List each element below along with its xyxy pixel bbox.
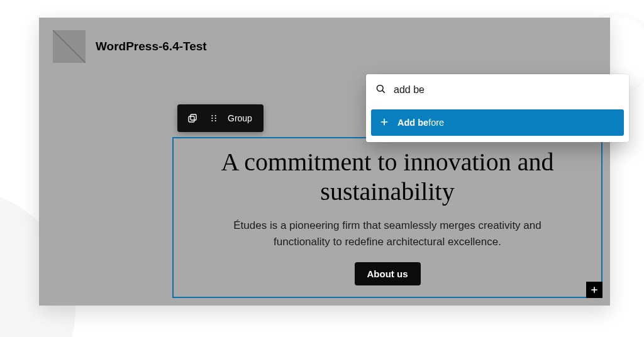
editor-canvas: WordPress-6.4-Test Group A commitment to…: [39, 18, 610, 306]
plus-icon: [379, 116, 390, 130]
svg-point-4: [211, 118, 213, 119]
command-results-list: Add before: [366, 106, 629, 142]
svg-rect-1: [189, 116, 194, 122]
paragraph-block[interactable]: Études is a pioneering firm that seamles…: [211, 218, 564, 250]
group-icon[interactable]: [184, 109, 201, 127]
svg-rect-0: [191, 114, 196, 120]
command-item-label-rest: fore: [428, 118, 444, 128]
site-title[interactable]: WordPress-6.4-Test: [96, 40, 207, 53]
svg-point-3: [215, 115, 216, 116]
svg-point-2: [211, 115, 213, 116]
heading-block[interactable]: A commitment to innovation and sustainab…: [189, 147, 586, 206]
svg-point-5: [215, 118, 216, 119]
block-toolbar: Group: [177, 104, 264, 132]
svg-line-11: [382, 91, 385, 93]
svg-point-6: [211, 120, 213, 121]
command-item-label-typed: Add be: [397, 118, 428, 128]
about-us-button[interactable]: About us: [355, 262, 421, 285]
search-icon: [375, 83, 386, 97]
svg-point-7: [215, 120, 216, 121]
block-appender-button[interactable]: [586, 282, 602, 298]
command-palette: Add before: [366, 74, 629, 142]
site-header: WordPress-6.4-Test: [39, 18, 610, 63]
command-search-input[interactable]: [392, 84, 620, 96]
svg-point-10: [377, 85, 383, 91]
command-search-row: [366, 74, 629, 106]
command-item-label: Add before: [397, 118, 444, 128]
block-type-label[interactable]: Group: [226, 113, 257, 123]
drag-handle-icon[interactable]: [205, 109, 223, 127]
group-block-selected[interactable]: A commitment to innovation and sustainab…: [174, 138, 601, 297]
command-item-add-before[interactable]: Add before: [371, 109, 624, 136]
site-logo-placeholder[interactable]: [53, 30, 86, 63]
